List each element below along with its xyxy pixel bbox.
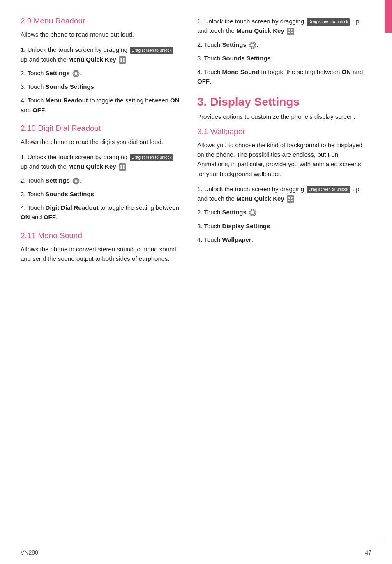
menu-readout-label: Menu Readout	[46, 97, 88, 104]
svg-point-15	[288, 29, 290, 31]
section-2-11-heading: 2.11 Mono Sound	[21, 231, 181, 240]
menu-key-icon	[287, 195, 294, 203]
svg-rect-0	[119, 56, 126, 64]
step-num: 4.	[21, 204, 26, 211]
content-area: 2.9 Menu Readout Allows the phone to rea…	[0, 0, 392, 564]
page: 2.9 Menu Readout Allows the phone to rea…	[0, 0, 392, 564]
step-2-9-1: 1. Unlock the touch screen by dragging D…	[21, 45, 181, 64]
digit-dial-readout-label: Digit Dial Readout	[46, 204, 99, 211]
section-2-10: 2.10 Digit Dial Readout Allows the phone…	[21, 124, 181, 222]
svg-point-18	[291, 32, 293, 33]
section-2-9-steps: 1. Unlock the touch screen by dragging D…	[21, 45, 181, 115]
svg-point-13	[74, 179, 77, 182]
svg-point-1	[120, 58, 122, 60]
menu-quick-key-label: Menu Quick Key	[68, 163, 116, 170]
menu-key-icon	[287, 28, 294, 35]
step-num: 1.	[197, 186, 203, 193]
svg-point-17	[288, 32, 290, 33]
step-mono-1: 1. Unlock the touch screen by dragging D…	[197, 16, 370, 36]
step-2-10-3: 3. Touch Sounds Settings.	[21, 189, 181, 199]
mono-sound-label: Mono Sound	[222, 68, 260, 75]
mono-sound-steps: 1. Unlock the touch screen by dragging D…	[197, 16, 370, 86]
sounds-settings-label: Sounds Settings	[46, 83, 94, 90]
page-number: 47	[365, 549, 371, 556]
svg-point-16	[291, 29, 293, 31]
svg-point-8	[120, 165, 122, 167]
left-column: 2.9 Menu Readout Allows the phone to rea…	[21, 16, 193, 548]
settings-icon	[249, 209, 256, 216]
svg-point-24	[288, 200, 290, 201]
svg-point-2	[123, 58, 125, 60]
section-2-10-heading: 2.10 Digit Dial Readout	[21, 124, 181, 133]
sounds-settings-label: Sounds Settings	[222, 55, 271, 62]
step-2-9-3: 3. Touch Sounds Settings.	[21, 82, 181, 91]
settings-icon	[249, 42, 256, 49]
section-2-10-intro: Allows the phone to read the digits you …	[21, 137, 181, 146]
step-num: 3.	[197, 223, 203, 230]
section-2-9-intro: Allows the phone to read menus out loud.	[21, 30, 181, 39]
footer: VN280 47	[0, 549, 392, 556]
menu-quick-key-label: Menu Quick Key	[236, 195, 284, 202]
section-3-1: 3.1 Wallpaper Allows you to choose the k…	[197, 127, 370, 244]
step-2-9-2: 2. Touch Settings .	[21, 68, 181, 78]
bottom-divider	[16, 541, 384, 541]
svg-point-3	[120, 60, 122, 62]
step-mono-2: 2. Touch Settings .	[197, 40, 370, 49]
step-mono-3: 3. Touch Sounds Settings.	[197, 53, 370, 63]
menu-key-icon	[119, 163, 126, 171]
drag-badge: Drag screen to unlock	[307, 186, 350, 193]
step-2-10-4: 4. Touch Digit Dial Readout to toggle th…	[21, 203, 181, 222]
step-3-1-4: 4. Touch Wallpaper.	[197, 235, 370, 244]
step-2-9-4: 4. Touch Menu Readout to toggle the sett…	[21, 95, 181, 115]
svg-rect-21	[287, 195, 294, 203]
step-num: 2.	[21, 177, 26, 184]
section-2-11-intro: Allows the phone to convert stereo sound…	[21, 244, 181, 264]
step-mono-4: 4. Touch Mono Sound to toggle the settin…	[197, 67, 370, 86]
step-num: 4.	[21, 97, 26, 104]
step-num: 1.	[197, 18, 203, 25]
settings-label: Settings	[46, 177, 70, 184]
section-2-10-steps: 1. Unlock the touch screen by dragging D…	[21, 152, 181, 222]
step-3-1-2: 2. Touch Settings .	[197, 207, 370, 217]
svg-point-20	[251, 44, 254, 46]
settings-label: Settings	[222, 41, 247, 48]
section-2-9: 2.9 Menu Readout Allows the phone to rea…	[21, 16, 181, 115]
display-settings-label: Display Settings	[222, 223, 270, 230]
svg-point-6	[74, 72, 77, 75]
svg-rect-7	[119, 163, 126, 171]
pink-tab	[385, 0, 392, 33]
section-3-heading: 3. Display Settings	[197, 95, 370, 109]
svg-point-9	[123, 165, 125, 167]
menu-key-icon	[119, 56, 126, 64]
step-num: 3.	[21, 83, 26, 90]
settings-icon	[72, 70, 80, 77]
section-3-1-steps: 1. Unlock the touch screen by dragging D…	[197, 184, 370, 244]
section-2-9-heading: 2.9 Menu Readout	[21, 16, 181, 26]
step-3-1-3: 3. Touch Display Settings.	[197, 221, 370, 231]
svg-point-25	[291, 200, 293, 201]
step-2-10-2: 2. Touch Settings .	[21, 176, 181, 185]
svg-point-27	[251, 211, 254, 214]
step-num: 2.	[21, 70, 26, 77]
settings-label: Settings	[46, 70, 70, 77]
drag-badge: Drag screen to unlock	[130, 47, 173, 54]
settings-icon	[72, 177, 80, 185]
svg-point-23	[291, 197, 293, 199]
menu-quick-key-label: Menu Quick Key	[236, 27, 284, 34]
step-num: 4.	[197, 236, 203, 243]
step-num: 1.	[21, 153, 26, 160]
section-3: 3. Display Settings Provides options to …	[197, 95, 370, 245]
svg-point-4	[123, 60, 125, 62]
svg-rect-14	[287, 28, 294, 35]
svg-point-22	[288, 197, 290, 199]
section-3-1-intro: Allows you to choose the kind of backgro…	[197, 140, 370, 179]
section-3-intro: Provides options to customize the phone’…	[197, 112, 370, 121]
section-3-1-heading: 3.1 Wallpaper	[197, 127, 370, 136]
step-num: 2.	[197, 41, 203, 48]
step-num: 3.	[197, 55, 203, 62]
step-num: 4.	[197, 68, 203, 75]
section-mono-sound-steps: 1. Unlock the touch screen by dragging D…	[197, 16, 370, 86]
settings-label: Settings	[222, 209, 247, 216]
right-column: 1. Unlock the touch screen by dragging D…	[193, 16, 370, 548]
svg-point-10	[120, 167, 122, 169]
